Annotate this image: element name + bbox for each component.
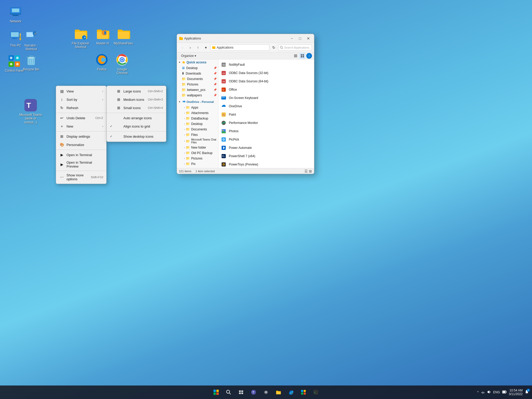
sidebar-item-attachments[interactable]: › 📁 Attachments: [177, 110, 218, 116]
submenu-item-align-grid[interactable]: ✓ Align icons to grid: [107, 122, 166, 130]
context-menu-item-terminal-preview[interactable]: ▶ Open in Terminal Preview: [56, 159, 106, 170]
quick-access-header[interactable]: ▼ Quick access: [177, 59, 218, 65]
sidebar-item-databackup[interactable]: › 📁 DataBackup: [177, 116, 218, 121]
desktop-icon-file-explorer[interactable]: ↗ File Explorer Shortcut: [68, 26, 94, 50]
file-item-odbc64[interactable]: DB ODBC Data Sources (64-bit): [218, 77, 314, 85]
view-details-btn[interactable]: [293, 53, 298, 59]
sidebar-item-desktop-od[interactable]: › 📁 Desktop: [177, 121, 218, 127]
taskbar-settings-btn[interactable]: [260, 387, 272, 398]
taskbar-center: T: [210, 387, 322, 398]
list-view-btn[interactable]: ☰: [304, 169, 308, 173]
taskbar-edge-btn[interactable]: [285, 387, 297, 398]
taskbar-terminal-btn[interactable]: >_: [310, 387, 322, 398]
submenu-item-show-desktop[interactable]: ✓ Show desktop icons: [107, 132, 166, 141]
svg-point-78: [223, 164, 224, 165]
language-indicator[interactable]: ENG: [493, 390, 500, 394]
desktop-icon-firefox[interactable]: Firefox: [90, 52, 114, 72]
context-menu-item-new[interactable]: + New ›: [56, 122, 106, 130]
submenu-item-auto-arrange[interactable]: Auto arrange icons: [107, 114, 166, 122]
file-item-keyboard[interactable]: On-Screen Keyboard: [218, 94, 314, 102]
taskbar-taskview-btn[interactable]: [235, 387, 247, 398]
address-bar[interactable]: Applications: [210, 44, 269, 51]
sidebar-item-desktop[interactable]: 🖥 Desktop 📌: [177, 65, 218, 71]
context-menu-item-refresh[interactable]: ↻ Refresh: [56, 104, 106, 112]
sidebar-item-new-folder[interactable]: › 📁 New folder: [177, 145, 218, 150]
desktop-icon-narrator[interactable]: 🔊 Narrator - Shortcut: [19, 28, 43, 52]
organize-btn[interactable]: Organize ▾: [179, 53, 198, 58]
tray-up-arrow[interactable]: ^: [477, 390, 479, 394]
sidebar-item-teams-chat[interactable]: › 📁 Microsoft Teams Chat Files: [177, 137, 218, 145]
submenu-item-medium-icons[interactable]: ⊞ Medium icons Ctrl+Shift+3: [107, 95, 166, 104]
context-menu-item-show-more[interactable]: ⋯ Show more options Shift+F10: [56, 172, 106, 183]
recent-btn[interactable]: ▾: [202, 44, 209, 51]
file-item-perfmon[interactable]: Performance Monitor: [218, 119, 314, 127]
sidebar-item-pix[interactable]: › 📁 Pix: [177, 161, 218, 167]
submenu-item-large-icons[interactable]: ⊞ Large icons Ctrl+Shift+2: [107, 87, 166, 95]
desktop-icon-mysharefiles[interactable]: MyShareFiles: [112, 26, 135, 46]
info-btn[interactable]: i: [306, 53, 312, 59]
desktop-icon-ms-teams[interactable]: T Microsoft Teams (work or school...): [18, 97, 44, 125]
file-item-photos[interactable]: Photos: [218, 127, 314, 135]
context-menu-item-personalize[interactable]: 🎨 Personalize: [56, 141, 106, 149]
explorer-ribbon: Organize ▾ i: [177, 52, 314, 59]
sidebar-item-files[interactable]: › 📁 Files: [177, 132, 218, 137]
context-menu-item-display[interactable]: ⊞ Display settings: [56, 132, 106, 141]
sidebar-item-between-pcs[interactable]: 📁 between_pcs 📌: [177, 87, 218, 92]
file-item-office[interactable]: O Office: [218, 85, 314, 94]
network-icon: [9, 5, 22, 18]
refresh-nav-btn[interactable]: ↻: [270, 44, 277, 51]
desktop-icon-network[interactable]: Network: [4, 4, 27, 24]
file-item-notmyfault[interactable]: EX NotMyFault: [218, 61, 314, 69]
file-item-paint[interactable]: 🎨 Paint: [218, 110, 314, 119]
sidebar-item-old-pc[interactable]: › 📁 Old PC Backup: [177, 150, 218, 156]
desktop-icon-recycle-bin[interactable]: Recycle Bin: [19, 52, 43, 72]
sidebar-item-wallpapers[interactable]: 📁 wallpapers 📌: [177, 92, 218, 98]
forward-btn[interactable]: ›: [187, 44, 194, 51]
notification-btn[interactable]: 1: [525, 390, 529, 395]
tiles-view-btn[interactable]: ⊞: [309, 169, 312, 173]
context-menu-item-sort[interactable]: ↕ Sort by ›: [56, 95, 106, 104]
context-menu-item-terminal[interactable]: ▶ Open in Terminal: [56, 151, 106, 159]
sidebar-item-documents[interactable]: 📁 Documents 📌: [177, 76, 218, 82]
maximize-btn[interactable]: □: [296, 36, 304, 41]
context-menu-item-undo[interactable]: ↩ Undo Delete Ctrl+Z: [56, 114, 106, 122]
view-tiles-btn[interactable]: [300, 53, 305, 59]
search-bar[interactable]: Search Applications: [278, 44, 312, 51]
file-item-onedrive[interactable]: OneDrive: [218, 102, 314, 110]
svg-rect-63: [224, 97, 225, 97]
old-pc-expand: ›: [184, 152, 185, 154]
tray-battery[interactable]: [502, 390, 507, 395]
desktop-icon-google-chrome[interactable]: Google Chrome: [110, 52, 134, 76]
tray-volume[interactable]: [487, 390, 491, 395]
onedrive-header[interactable]: ▼ OneDrive - Personal: [177, 99, 218, 105]
taskbar-store-btn[interactable]: [298, 387, 309, 398]
tray-network[interactable]: [481, 390, 485, 395]
file-item-power-automate[interactable]: Power Automate: [218, 144, 314, 152]
sidebar-item-apps[interactable]: › 📁 Apps: [177, 105, 218, 110]
desktop-icon-master-h[interactable]: 👤 Master H: [91, 26, 114, 46]
context-menu-item-view[interactable]: ▤ View ›: [56, 87, 106, 95]
taskbar-search-btn[interactable]: [223, 387, 234, 398]
databackup-folder-icon: 📁: [186, 116, 190, 120]
taskbar: T: [0, 385, 532, 399]
taskbar-chat-btn[interactable]: T: [248, 387, 259, 398]
submenu-item-small-icons[interactable]: ⊞ Small icons Ctrl+Shift+4: [107, 104, 166, 112]
file-item-powershell[interactable]: PS PowerShell 7 (x64): [218, 152, 314, 160]
old-pc-folder-icon: 📁: [186, 151, 190, 155]
minimize-btn[interactable]: −: [288, 36, 295, 41]
svg-text:👤: 👤: [103, 31, 107, 35]
sidebar-item-documents-od[interactable]: › 📁 Documents: [177, 127, 218, 132]
file-item-picpick[interactable]: PicPick: [218, 135, 314, 144]
back-btn[interactable]: ‹: [179, 44, 186, 51]
taskbar-file-explorer-btn[interactable]: [273, 387, 284, 398]
sidebar-item-pictures[interactable]: 📁 Pictures 📌: [177, 82, 218, 87]
taskbar-clock[interactable]: 10:54 AM 3/11/2022: [509, 389, 523, 396]
file-item-odbc32[interactable]: DB ODBC Data Sources (32-bit): [218, 69, 314, 77]
file-item-powertoys[interactable]: PowerToys (Preview): [218, 160, 314, 168]
sidebar-item-downloads[interactable]: ⬇ Downloads 📌: [177, 71, 218, 76]
up-btn[interactable]: ↑: [195, 44, 201, 51]
close-btn[interactable]: ✕: [305, 36, 312, 41]
sidebar-item-pictures-od[interactable]: › 📁 Pictures: [177, 156, 218, 161]
search-icon: [280, 46, 283, 49]
start-button[interactable]: [210, 387, 222, 398]
